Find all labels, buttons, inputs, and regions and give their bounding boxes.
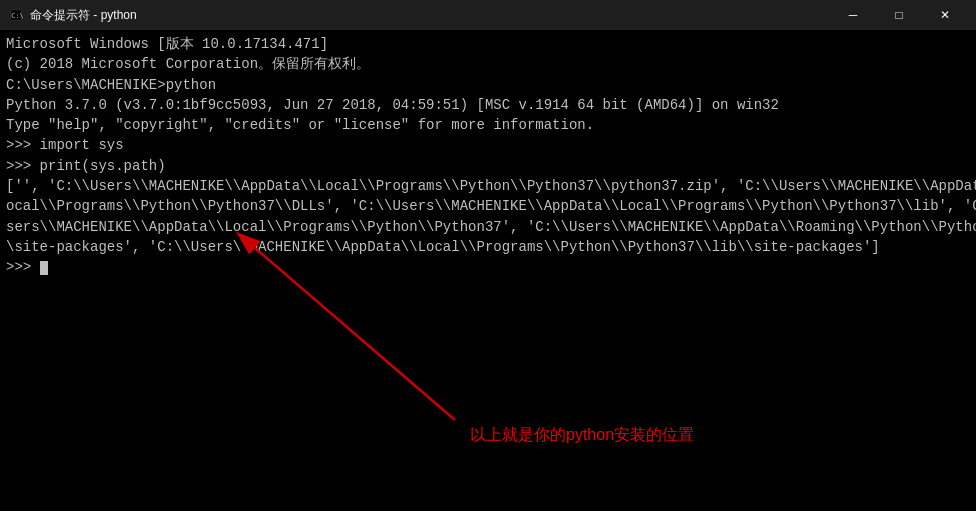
terminal-line: ocal\\Programs\\Python\\Python37\\DLLs',… <box>6 196 970 216</box>
terminal-output: Microsoft Windows [版本 10.0.17134.471](c)… <box>6 34 970 278</box>
close-button[interactable]: ✕ <box>922 0 968 30</box>
terminal-cursor <box>40 261 48 275</box>
terminal-line: Python 3.7.0 (v3.7.0:1bf9cc5093, Jun 27 … <box>6 95 970 115</box>
terminal-line: >>> import sys <box>6 135 970 155</box>
terminal-line: C:\Users\MACHENIKE>python <box>6 75 970 95</box>
titlebar-left: C:\ 命令提示符 - python <box>8 7 137 24</box>
terminal-line: >>> print(sys.path) <box>6 156 970 176</box>
maximize-button[interactable]: □ <box>876 0 922 30</box>
minimize-button[interactable]: ─ <box>830 0 876 30</box>
terminal-line: (c) 2018 Microsoft Corporation。保留所有权利。 <box>6 54 970 74</box>
terminal-line: ['', 'C:\\Users\\MACHENIKE\\AppData\\Loc… <box>6 176 970 196</box>
titlebar-title: 命令提示符 - python <box>30 7 137 24</box>
terminal-line: Microsoft Windows [版本 10.0.17134.471] <box>6 34 970 54</box>
terminal-window: Microsoft Windows [版本 10.0.17134.471](c)… <box>0 30 976 511</box>
terminal-line: >>> <box>6 257 970 277</box>
terminal-line: sers\\MACHENIKE\\AppData\\Local\\Program… <box>6 217 970 237</box>
terminal-line: \site-packages', 'C:\\Users\\MACHENIKE\\… <box>6 237 970 257</box>
titlebar-controls: ─ □ ✕ <box>830 0 968 30</box>
terminal-line: Type "help", "copyright", "credits" or "… <box>6 115 970 135</box>
titlebar: C:\ 命令提示符 - python ─ □ ✕ <box>0 0 976 30</box>
annotation-text: 以上就是你的python安装的位置 <box>470 423 694 446</box>
cmd-icon: C:\ <box>8 7 24 23</box>
svg-text:C:\: C:\ <box>11 12 23 20</box>
